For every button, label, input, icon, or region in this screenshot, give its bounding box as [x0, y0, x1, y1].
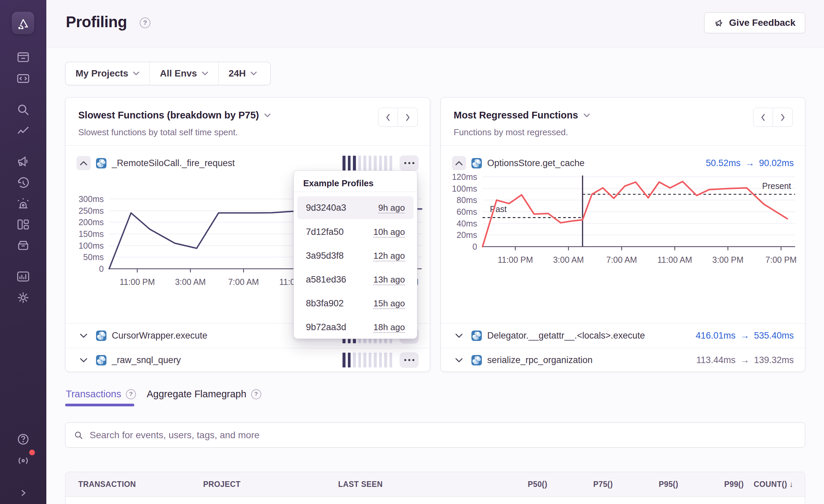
- column-count[interactable]: COUNT() ↓: [744, 480, 793, 489]
- give-feedback-button[interactable]: Give Feedback: [704, 12, 805, 33]
- tab-label: Transactions: [66, 389, 121, 400]
- sidebar-item-performance[interactable]: [0, 123, 46, 139]
- profile-row[interactable]: a581ed36 13h ago: [297, 268, 414, 291]
- profile-id[interactable]: 7d12fa50: [306, 227, 344, 237]
- svg-text:20ms: 20ms: [457, 230, 477, 240]
- profile-row[interactable]: 9b72aa3d 18h ago: [297, 316, 414, 339]
- slowest-functions-title-dropdown[interactable]: Slowest Functions (breakdown by P75): [78, 110, 271, 121]
- profile-row[interactable]: 9d3240a3 9h ago: [297, 196, 414, 219]
- profile-id[interactable]: 9b72aa3d: [306, 322, 346, 333]
- previous-page-button[interactable]: [378, 108, 398, 127]
- date-range-filter[interactable]: 24H: [218, 62, 267, 85]
- transactions-help-button[interactable]: ?: [126, 389, 136, 399]
- trends-icon: [15, 123, 31, 139]
- before-value[interactable]: 50.52ms: [706, 158, 741, 168]
- profile-id[interactable]: 9d3240a3: [306, 203, 346, 213]
- sentry-logo-icon: [16, 16, 31, 31]
- function-name[interactable]: _raw_snql_query: [112, 355, 181, 365]
- svg-text:80ms: 80ms: [457, 195, 477, 205]
- sidebar-item-feedback[interactable]: [0, 153, 46, 169]
- profile-age-link[interactable]: 15h ago: [373, 298, 405, 309]
- column-p95[interactable]: P95(): [613, 480, 678, 489]
- profile-id[interactable]: a581ed36: [306, 274, 346, 285]
- project-filter[interactable]: My Projects: [65, 62, 149, 85]
- card-title: Most Regressed Functions: [454, 110, 578, 121]
- profile-age-link[interactable]: 18h ago: [373, 322, 405, 333]
- sidebar-item-projects[interactable]: [0, 70, 46, 86]
- svg-text:250ms: 250ms: [79, 206, 104, 215]
- sentry-logo[interactable]: [12, 12, 34, 34]
- svg-text:7:00 PM: 7:00 PM: [766, 255, 797, 264]
- most-regressed-chart[interactable]: 120ms100ms80ms60ms40ms20ms011:00 PM3:00 …: [449, 172, 800, 273]
- chevron-right-icon: [404, 113, 411, 122]
- column-p99[interactable]: P99(): [678, 480, 744, 489]
- profile-age-link[interactable]: 10h ago: [373, 227, 405, 237]
- function-name[interactable]: CursorWrapper.execute: [112, 331, 208, 341]
- function-name[interactable]: serialize_rpc_organization: [487, 355, 593, 365]
- profile-id[interactable]: 3a95d3f8: [306, 251, 344, 261]
- table-row[interactable]: app.ready_check seer Apr 1, 2025 9:28:38…: [65, 497, 805, 504]
- sidebar-item-stats[interactable]: [0, 268, 46, 285]
- column-last-seen[interactable]: LAST SEEN: [338, 480, 485, 489]
- tab-transactions[interactable]: Transactions ?: [66, 389, 136, 400]
- chevron-down-icon: [264, 113, 271, 117]
- search-input[interactable]: [90, 430, 797, 441]
- previous-page-button[interactable]: [753, 108, 773, 127]
- expand-row-button[interactable]: [452, 353, 466, 367]
- profile-row[interactable]: 8b3fa902 15h ago: [297, 292, 414, 315]
- environment-filter[interactable]: All Envs: [149, 62, 218, 85]
- profile-age-link[interactable]: 13h ago: [373, 274, 405, 285]
- regression-values: 113.44ms → 139.32ms: [696, 355, 794, 365]
- collapse-row-button[interactable]: [452, 156, 466, 170]
- most-regressed-title-dropdown[interactable]: Most Regressed Functions: [454, 110, 590, 121]
- expand-row-button[interactable]: [452, 329, 466, 343]
- active-tab-indicator: [65, 404, 134, 406]
- next-page-button[interactable]: [773, 108, 793, 127]
- svg-text:40ms: 40ms: [457, 219, 477, 228]
- next-page-button[interactable]: [398, 108, 418, 127]
- tab-aggregate-flamegraph[interactable]: Aggregate Flamegraph ?: [147, 389, 261, 400]
- python-platform-icon: [471, 158, 482, 168]
- function-actions-button[interactable]: [400, 352, 419, 368]
- sidebar-item-replays[interactable]: [0, 175, 46, 191]
- sidebar-item-issues[interactable]: [0, 49, 46, 65]
- profiling-help-button[interactable]: ?: [140, 17, 150, 28]
- sidebar-item-help[interactable]: [0, 431, 46, 447]
- regression-values: 416.01ms → 535.40ms: [696, 331, 794, 341]
- profile-age-link[interactable]: 9h ago: [378, 203, 405, 213]
- function-name[interactable]: Delegator.__getattr__.<locals>.execute: [487, 331, 645, 341]
- sidebar-item-dashboards[interactable]: [0, 216, 46, 233]
- sidebar-item-whats-new[interactable]: [0, 452, 46, 468]
- stats-icon: [15, 269, 31, 284]
- after-value[interactable]: 90.02ms: [759, 158, 794, 168]
- function-actions-button[interactable]: [400, 155, 419, 171]
- column-p50[interactable]: P50(): [485, 480, 547, 489]
- svg-text:200ms: 200ms: [79, 217, 104, 227]
- profile-row[interactable]: 7d12fa50 10h ago: [297, 220, 414, 243]
- svg-text:0: 0: [472, 242, 477, 251]
- profile-age-link[interactable]: 12h ago: [373, 251, 405, 261]
- collapse-row-button[interactable]: [77, 156, 91, 170]
- function-name[interactable]: _RemoteSiloCall._fire_request: [112, 158, 235, 168]
- svg-text:100ms: 100ms: [79, 241, 104, 250]
- divider: [294, 192, 417, 192]
- sidebar-item-alerts[interactable]: [0, 196, 46, 212]
- flamegraph-help-button[interactable]: ?: [251, 389, 261, 399]
- sidebar-item-explore[interactable]: [0, 102, 46, 118]
- expand-row-button[interactable]: [77, 329, 91, 343]
- profile-row[interactable]: 3a95d3f8 12h ago: [297, 244, 414, 267]
- python-platform-icon: [96, 355, 106, 365]
- sidebar-item-releases[interactable]: [0, 237, 46, 253]
- function-name[interactable]: OptionsStore.get_cache: [487, 158, 585, 168]
- column-p75[interactable]: P75(): [547, 480, 613, 489]
- svg-text:0: 0: [99, 264, 104, 273]
- expand-row-button[interactable]: [77, 353, 91, 367]
- after-value[interactable]: 535.40ms: [754, 331, 794, 341]
- sidebar-expand-button[interactable]: [0, 485, 46, 501]
- column-project[interactable]: PROJECT: [203, 480, 338, 489]
- profile-id[interactable]: 8b3fa902: [306, 298, 344, 309]
- column-transaction[interactable]: TRANSACTION: [78, 480, 203, 489]
- chevron-down-icon: [80, 358, 88, 363]
- sidebar-item-settings[interactable]: [0, 290, 46, 306]
- before-value[interactable]: 416.01ms: [696, 331, 736, 341]
